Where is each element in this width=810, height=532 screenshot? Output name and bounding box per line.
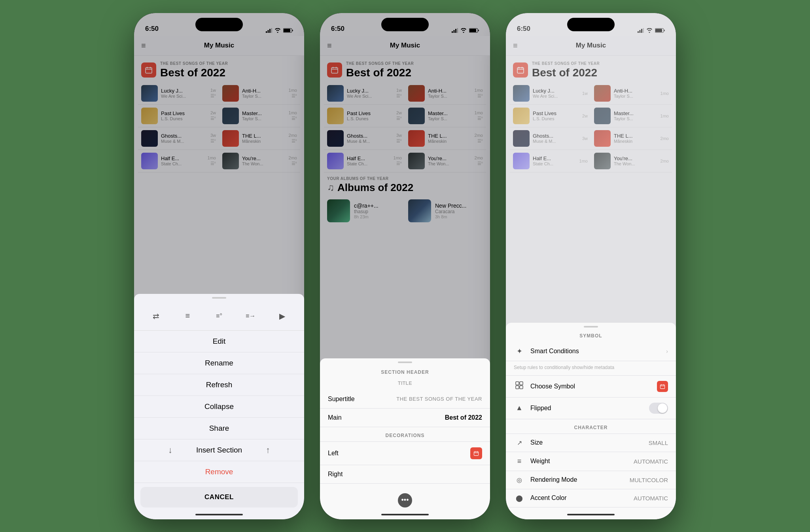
left-row[interactable]: Left [320, 442, 490, 465]
context-menu-sheet: ⇄ ≡ ≡° ≡→ ▶ Edit Rename Refresh Collapse… [134, 294, 304, 519]
symbol-icon [514, 381, 525, 392]
size-value: SMALL [649, 439, 668, 446]
insert-down-arrow[interactable]: ↓ [168, 445, 172, 455]
insert-up-arrow[interactable]: ↑ [266, 445, 270, 455]
shuffle-button[interactable]: ⇄ [148, 307, 165, 325]
smart-conditions-label: Smart Conditions [530, 348, 664, 355]
home-indicator-2 [381, 514, 429, 515]
insert-section-row: ↓ Insert Section ↑ [134, 439, 304, 461]
main-label: Main [328, 414, 445, 421]
queue-remove-button[interactable]: ≡→ [242, 307, 259, 325]
choose-symbol-label: Choose Symbol [530, 383, 657, 390]
dynamic-island-2 [381, 18, 429, 31]
accent-color-label: Accent Color [530, 494, 634, 502]
svg-rect-35 [520, 382, 523, 385]
sheet-handle [212, 297, 226, 299]
rendering-mode-value: MULTICOLOR [630, 477, 668, 483]
svg-rect-38 [660, 384, 664, 388]
title-sub-label: TITLE [320, 379, 490, 390]
dynamic-island-3 [567, 18, 615, 31]
main-value: Best of 2022 [445, 414, 482, 421]
play-button[interactable]: ▶ [273, 307, 291, 325]
supertitle-label: Supertitle [328, 396, 396, 403]
queue-button[interactable]: ≡ [179, 307, 196, 325]
right-label: Right [328, 471, 482, 478]
size-label: Size [530, 439, 649, 446]
rename-menu-item[interactable]: Rename [134, 352, 304, 374]
flipped-row[interactable]: ▲ Flipped [506, 398, 676, 419]
toolbar-row: ⇄ ≡ ≡° ≡→ ▶ [134, 304, 304, 331]
size-row[interactable]: ↗ Size SMALL [506, 434, 676, 452]
modal-handle [398, 362, 412, 363]
left-label: Left [328, 450, 470, 457]
edit-menu-item[interactable]: Edit [134, 331, 304, 352]
weight-row[interactable]: ≡ Weight AUTOMATIC [506, 452, 676, 471]
smart-conditions-sub-row: Setup rules to conditionally show/hide m… [506, 361, 676, 376]
weight-label: Weight [530, 458, 634, 465]
left-icon[interactable] [470, 447, 482, 459]
main-row[interactable]: Main Best of 2022 [320, 409, 490, 427]
weight-icon: ≡ [514, 457, 525, 466]
chevron-right-icon: › [666, 348, 668, 354]
collapse-menu-item[interactable]: Collapse [134, 396, 304, 418]
more-button[interactable]: ••• [398, 493, 412, 507]
weight-value: AUTOMATIC [634, 458, 668, 465]
more-options-row: ••• [320, 484, 490, 507]
supertitle-row[interactable]: Supertitle THE BEST SONGS OF THE YEAR [320, 390, 490, 409]
home-indicator-1 [195, 514, 243, 515]
decorations-label: DECORATIONS [320, 427, 490, 442]
phone-2: 6:50 ≡ My Music THE BEST SONGS OF THE YE… [320, 13, 490, 519]
svg-rect-34 [516, 382, 519, 385]
modal-section-label: SECTION HEADER [320, 367, 490, 379]
smart-conditions-row[interactable]: ✦ Smart Conditions › [506, 342, 676, 361]
insert-section-label[interactable]: Insert Section [196, 446, 242, 454]
smart-conditions-subtitle: Setup rules to conditionally show/hide m… [514, 365, 614, 370]
size-icon: ↗ [514, 439, 525, 447]
symbol-panel-handle [584, 326, 598, 328]
flipped-toggle[interactable] [649, 403, 668, 414]
phone-1: 6:50 ≡ My Music THE BEST SONGS OF THE YE… [134, 13, 304, 519]
rendering-icon: ◎ [514, 476, 525, 484]
flipped-label: Flipped [530, 405, 649, 412]
refresh-menu-item[interactable]: Refresh [134, 374, 304, 396]
home-indicator-3 [567, 514, 615, 515]
share-menu-item[interactable]: Share [134, 418, 304, 439]
dynamic-island-1 [195, 18, 243, 31]
symbol-panel: SYMBOL ✦ Smart Conditions › Setup rules … [506, 323, 676, 519]
section-header-modal: SECTION HEADER TITLE Supertitle THE BEST… [320, 358, 490, 519]
character-section-label: CHARACTER [506, 419, 676, 434]
phone-3: 6:50 ≡ My Music THE BEST SONGS OF THE YE… [506, 13, 676, 519]
remove-menu-item[interactable]: Remove [134, 461, 304, 483]
queue-add-button[interactable]: ≡° [210, 307, 228, 325]
accent-color-value: AUTOMATIC [634, 495, 668, 502]
rendering-mode-row[interactable]: ◎ Rendering Mode MULTICOLOR [506, 471, 676, 489]
svg-rect-37 [520, 386, 523, 389]
accent-color-row[interactable]: ⬤ Accent Color AUTOMATIC [506, 489, 676, 507]
symbol-panel-label: SYMBOL [506, 331, 676, 342]
supertitle-value: THE BEST SONGS OF THE YEAR [396, 396, 482, 402]
calendar-symbol-preview [657, 381, 668, 392]
cancel-button[interactable]: CANCEL [140, 487, 298, 507]
svg-rect-20 [474, 451, 478, 455]
rendering-mode-label: Rendering Mode [530, 476, 630, 483]
wand-icon: ✦ [514, 347, 525, 356]
accent-color-icon: ⬤ [514, 494, 525, 502]
svg-rect-36 [516, 386, 519, 389]
choose-symbol-row[interactable]: Choose Symbol [506, 376, 676, 398]
right-row[interactable]: Right [320, 465, 490, 484]
flipped-icon: ▲ [514, 404, 525, 412]
